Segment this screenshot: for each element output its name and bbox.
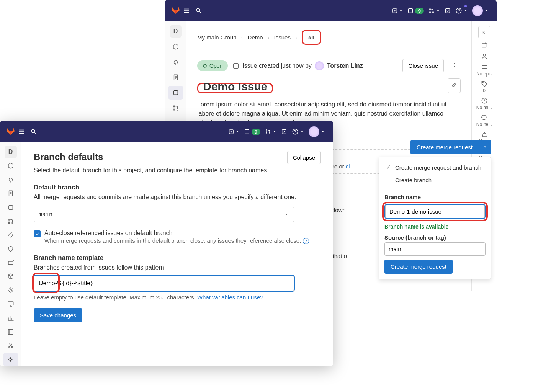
hamburger-icon[interactable]	[15, 126, 28, 138]
highlight-issue-title: Demo Issue	[197, 83, 273, 93]
svg-point-32	[8, 222, 10, 224]
user-menu[interactable]	[306, 125, 327, 139]
security-icon[interactable]	[3, 242, 18, 255]
breadcrumb-project[interactable]: Demo	[248, 34, 263, 41]
merge-requests-dropdown[interactable]	[263, 127, 279, 136]
template-heading: Branch name template	[34, 254, 321, 262]
close-issue-button[interactable]: Close issue	[402, 59, 444, 72]
help-dropdown[interactable]	[289, 127, 306, 137]
labels-icon[interactable]: 0	[481, 80, 488, 93]
default-branch-select[interactable]: main	[34, 207, 294, 222]
iteration-icon[interactable]: No ite...	[476, 114, 492, 127]
branch-template-input[interactable]	[34, 276, 294, 291]
auto-close-sublabel: When merge requests and commits in the d…	[44, 237, 309, 244]
help-icon[interactable]: ?	[303, 238, 309, 244]
svg-point-3	[430, 9, 431, 10]
plus-dropdown[interactable]	[390, 7, 405, 15]
svg-rect-30	[8, 205, 13, 209]
deployments-icon[interactable]	[3, 256, 18, 269]
files-icon[interactable]	[3, 187, 18, 200]
collapse-sidebar-button[interactable]	[478, 26, 490, 38]
add-todo-icon[interactable]	[481, 42, 488, 49]
issues-counter[interactable]: 9	[242, 127, 263, 137]
gitlab-logo-icon[interactable]	[171, 5, 180, 16]
merge-requests-dropdown[interactable]	[426, 6, 442, 15]
epic-icon[interactable]: No epic	[476, 64, 492, 77]
packages-icon[interactable]	[3, 270, 18, 283]
created-info: Issue created just now by Torsten Linz	[232, 61, 363, 70]
issue-content: My main Group› Demo› Issues› #1 Open Iss…	[186, 21, 471, 136]
svg-rect-36	[8, 302, 13, 305]
project-info-icon[interactable]	[3, 159, 18, 172]
opt-create-branch[interactable]: Create branch	[379, 174, 491, 186]
help-dropdown[interactable]	[453, 6, 470, 16]
source-input[interactable]	[384, 242, 486, 256]
breadcrumb-issue-id: #1	[308, 34, 315, 41]
milestone-icon[interactable]: No mi...	[476, 97, 492, 110]
avatar-icon	[472, 5, 483, 16]
merge-requests-icon[interactable]	[168, 101, 183, 115]
project-info-icon[interactable]	[168, 40, 183, 54]
project-avatar[interactable]: D	[3, 145, 18, 158]
svg-point-38	[8, 346, 10, 348]
branch-defaults-panel: Collapse Branch defaults Select the defa…	[21, 142, 333, 366]
project-avatar[interactable]: D	[168, 24, 183, 38]
hamburger-icon[interactable]	[180, 5, 193, 17]
submit-create-mr-button[interactable]: Create merge request	[384, 260, 453, 274]
create-mr-button[interactable]: Create merge request	[410, 140, 479, 154]
issues-icon[interactable]	[168, 86, 183, 100]
search-icon[interactable]	[193, 5, 205, 17]
svg-rect-2	[408, 9, 412, 13]
todos-icon[interactable]	[279, 127, 289, 136]
svg-point-33	[12, 222, 13, 224]
top-navbar: 9	[165, 0, 497, 21]
issues-counter[interactable]: 9	[405, 6, 426, 16]
snippets-icon[interactable]	[3, 339, 18, 352]
branch-available-text: Branch name is available	[379, 221, 491, 232]
svg-point-40	[10, 359, 11, 361]
source-label: Source (branch or tag)	[379, 232, 491, 242]
breadcrumb-section[interactable]: Issues	[274, 34, 291, 41]
monitor-icon[interactable]	[3, 297, 18, 310]
save-changes-button[interactable]: Save changes	[34, 308, 82, 322]
breadcrumb: My main Group› Demo› Issues› #1	[197, 30, 461, 45]
wiki-icon[interactable]	[3, 325, 18, 338]
cicd-icon[interactable]	[3, 229, 18, 242]
svg-point-10	[173, 106, 175, 107]
author-avatar-icon	[315, 61, 324, 70]
plus-dropdown[interactable]	[226, 127, 242, 136]
project-siderail: D	[0, 142, 21, 366]
repository-icon[interactable]	[3, 173, 18, 186]
user-menu[interactable]	[470, 4, 490, 18]
collapse-button[interactable]: Collapse	[287, 151, 321, 164]
repository-icon[interactable]	[168, 55, 183, 69]
author-name[interactable]: Torsten Linz	[327, 62, 363, 69]
template-note: Leave empty to use default template. Max…	[34, 294, 321, 301]
issue-actions-menu[interactable]: ⋮	[448, 60, 461, 72]
branch-name-input[interactable]	[385, 205, 485, 218]
create-mr-toggle[interactable]	[479, 140, 491, 154]
top-navbar: 9	[0, 121, 333, 142]
auto-close-label: Auto-close referenced issues on default …	[44, 230, 309, 237]
svg-rect-14	[234, 64, 238, 68]
search-icon[interactable]	[28, 126, 40, 138]
assignee-icon[interactable]	[481, 53, 488, 60]
svg-point-35	[10, 289, 11, 291]
auto-close-checkbox[interactable]	[34, 230, 41, 237]
analytics-icon[interactable]	[3, 312, 18, 325]
infrastructure-icon[interactable]	[3, 284, 18, 297]
breadcrumb-group[interactable]: My main Group	[197, 34, 237, 41]
settings-icon[interactable]	[3, 353, 18, 366]
issues-icon[interactable]	[3, 201, 18, 214]
svg-rect-6	[446, 9, 450, 13]
svg-rect-9	[173, 91, 178, 95]
chevron-down-icon	[284, 212, 289, 217]
opt-create-mr-and-branch[interactable]: ✓Create merge request and branch	[379, 161, 491, 174]
variables-link[interactable]: What variables can I use?	[197, 294, 263, 301]
todos-icon[interactable]	[442, 6, 453, 15]
svg-point-5	[433, 12, 434, 13]
merge-requests-icon[interactable]	[3, 215, 18, 228]
files-icon[interactable]	[168, 70, 183, 84]
edit-title-button[interactable]	[448, 78, 461, 93]
gitlab-logo-icon[interactable]	[6, 126, 15, 137]
